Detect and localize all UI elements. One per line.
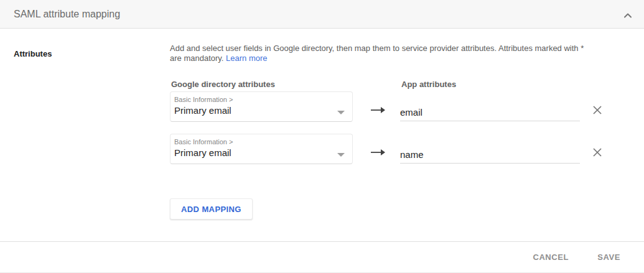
panel-header: SAML attribute mapping (0, 0, 644, 29)
attributes-section-label: Attributes (14, 49, 52, 58)
column-header-app-attributes: App attributes (401, 80, 456, 89)
app-attribute-field-wrap (400, 134, 580, 164)
saml-attribute-mapping-panel: SAML attribute mapping Attributes Add an… (0, 0, 644, 273)
panel-body: Attributes Add and select user fields in… (0, 29, 644, 241)
app-attribute-input[interactable] (400, 149, 580, 160)
dropdown-selected-value: Primary email (174, 105, 231, 116)
app-attribute-field-wrap (400, 91, 580, 121)
dropdown-category-label: Basic Information > (174, 138, 233, 146)
google-directory-attribute-dropdown[interactable]: Basic Information > Primary email (170, 134, 353, 164)
caret-down-icon (337, 106, 345, 109)
description-line-2: are mandatory. (170, 53, 223, 63)
chevron-up-icon (623, 11, 632, 20)
panel-footer: CANCEL SAVE (0, 241, 644, 272)
description-line-1: Add and select user fields in Google dir… (170, 44, 638, 53)
arrow-right-icon (370, 148, 386, 157)
mapping-row: Basic Information > Primary email (170, 91, 618, 122)
caret-down-icon (337, 148, 345, 152)
save-button[interactable]: SAVE (596, 249, 622, 266)
close-icon (592, 147, 602, 159)
dropdown-category-label: Basic Information > (174, 96, 233, 103)
column-header-google-directory-attributes: Google directory attributes (171, 80, 275, 89)
remove-mapping-button[interactable] (590, 104, 604, 118)
google-directory-attribute-dropdown[interactable]: Basic Information > Primary email (170, 91, 353, 122)
cancel-button[interactable]: CANCEL (531, 249, 570, 266)
add-mapping-button[interactable]: ADD MAPPING (170, 198, 253, 220)
page-title: SAML attribute mapping (14, 0, 120, 29)
mapping-row: Basic Information > Primary email (170, 134, 618, 164)
dropdown-selected-value: Primary email (174, 147, 231, 158)
learn-more-link[interactable]: Learn more (226, 53, 267, 63)
close-icon (592, 105, 602, 117)
arrow-right-icon (370, 106, 386, 114)
remove-mapping-button[interactable] (590, 146, 604, 160)
collapse-section-button[interactable] (620, 7, 635, 22)
app-attribute-input[interactable] (400, 107, 580, 118)
attributes-description: Add and select user fields in Google dir… (170, 44, 638, 63)
